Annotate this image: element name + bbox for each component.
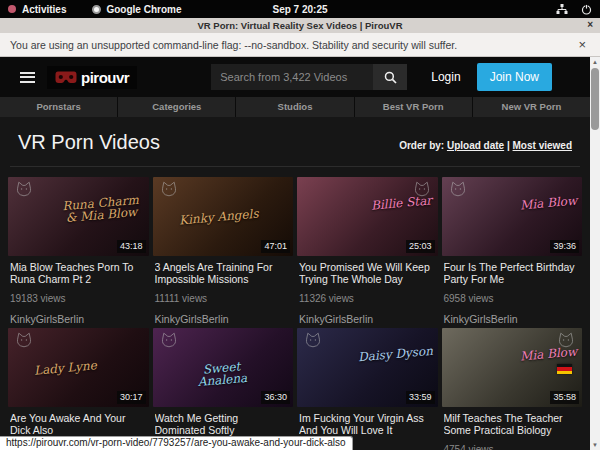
- page-content: pirouvr Login Join Now Pornstars Cate: [0, 57, 590, 450]
- order-most-viewed-link[interactable]: Most viewed: [513, 140, 572, 151]
- video-views: 11326 views: [299, 293, 436, 304]
- app-name-label: Google Chrome: [106, 4, 181, 15]
- video-card[interactable]: Lady Lyne 30:17 Are You Awake And Your D…: [8, 328, 149, 450]
- video-studio-link[interactable]: KinkyGirlsBerlin: [10, 313, 147, 325]
- video-title[interactable]: Watch Me Getting Dominated Softly: [155, 412, 292, 436]
- video-title[interactable]: Mia Blow Teaches Porn To Runa Charm Pt 2: [10, 261, 147, 285]
- video-thumbnail[interactable]: Mia Blow 39:36: [442, 177, 583, 256]
- search-button[interactable]: [373, 64, 407, 90]
- focused-app-menu[interactable]: Google Chrome: [92, 4, 181, 15]
- thumb-overlay-name: Daisy Dyson: [357, 345, 433, 363]
- video-duration-badge: 35:58: [550, 391, 579, 404]
- window-title-bar: VR Porn: Virtual Reality Sex Videos | Pi…: [0, 18, 600, 33]
- login-link[interactable]: Login: [431, 70, 460, 84]
- system-tray[interactable]: [556, 4, 592, 15]
- vertical-scrollbar[interactable]: ▲ ▼: [590, 57, 600, 450]
- video-duration-badge: 25:03: [406, 240, 435, 253]
- video-title[interactable]: Milf Teaches The Teacher Some Practical …: [444, 412, 581, 436]
- video-card[interactable]: Runa Charm & Mia Blow 43:18 Mia Blow Tea…: [8, 177, 149, 325]
- video-card[interactable]: Billie Star 25:03 You Promised We Will K…: [297, 177, 438, 325]
- video-thumbnail[interactable]: Billie Star 25:03: [297, 177, 438, 256]
- status-bar-url: https://pirouvr.com/vr-porn-video/779325…: [0, 436, 353, 450]
- order-by-controls: Order by: Upload date | Most viewed: [399, 140, 572, 151]
- search-input[interactable]: [211, 64, 373, 90]
- video-studio-link[interactable]: KinkyGirlsBerlin: [444, 313, 581, 325]
- video-views: 19183 views: [10, 293, 147, 304]
- video-card[interactable]: Daisy Dyson 33:59 Im Fucking Your Virgin…: [297, 328, 438, 450]
- order-by-label: Order by:: [399, 140, 444, 151]
- nav-item-pornstars[interactable]: Pornstars: [0, 97, 117, 117]
- vr-goggles-icon: [55, 71, 77, 84]
- thumb-overlay-name: Runa Charm & Mia Blow: [57, 193, 145, 224]
- site-header: pirouvr Login Join Now: [0, 57, 590, 97]
- thumb-overlay-name: Lady Lyne: [34, 359, 98, 376]
- video-duration-badge: 39:36: [550, 240, 579, 253]
- site-logo[interactable]: pirouvr: [47, 66, 137, 89]
- thumb-overlay-name: Kinky Angels: [178, 208, 258, 227]
- video-card[interactable]: Kinky Angels 47:01 3 Angels Are Training…: [153, 177, 294, 325]
- video-duration-badge: 30:17: [117, 391, 146, 404]
- hamburger-menu-icon[interactable]: [20, 69, 35, 85]
- video-title[interactable]: Are You Awake And Your Dick Also: [10, 412, 147, 436]
- studio-watermark-cat-icon: [14, 181, 34, 197]
- infobar-message: You are using an unsupported command-lin…: [10, 39, 457, 51]
- system-top-bar: Activities Google Chrome Sep 7 20:25: [0, 0, 600, 18]
- thumb-overlay-name: Mia Blow: [519, 346, 577, 363]
- video-thumbnail[interactable]: Mia Blow 35:58: [442, 328, 583, 407]
- network-icon: [556, 4, 568, 15]
- video-thumbnail[interactable]: Runa Charm & Mia Blow 43:18: [8, 177, 149, 256]
- studio-watermark-cat-icon: [303, 332, 323, 348]
- page-title: VR Porn Videos: [18, 131, 160, 154]
- infobar-close-icon[interactable]: ×: [578, 37, 586, 52]
- activities-label: Activities: [22, 4, 66, 15]
- page-heading-row: VR Porn Videos Order by: Upload date | M…: [0, 117, 590, 158]
- chrome-infobar: You are using an unsupported command-lin…: [0, 33, 600, 57]
- nav-item-studios[interactable]: Studios: [236, 97, 353, 117]
- video-card[interactable]: Sweet Analena 36:30 Watch Me Getting Dom…: [153, 328, 294, 450]
- studio-watermark-cat-icon: [14, 332, 34, 348]
- nav-item-categories[interactable]: Categories: [118, 97, 235, 117]
- video-duration-badge: 43:18: [117, 240, 146, 253]
- video-card[interactable]: Mia Blow 39:36 Four Is The Perfect Birth…: [442, 177, 583, 325]
- clock[interactable]: Sep 7 20:25: [0, 4, 600, 15]
- order-separator: |: [507, 140, 510, 151]
- video-title[interactable]: 3 Angels Are Training For Impossible Mis…: [155, 261, 292, 285]
- thumb-overlay-name: Sweet Analena: [178, 358, 266, 389]
- video-grid: Runa Charm & Mia Blow 43:18 Mia Blow Tea…: [8, 177, 582, 450]
- video-studio-link[interactable]: KinkyGirlsBerlin: [155, 313, 292, 325]
- video-thumbnail[interactable]: Daisy Dyson 33:59: [297, 328, 438, 407]
- scrollbar-down-arrow-icon[interactable]: ▼: [590, 440, 600, 450]
- search-bar: [211, 64, 407, 90]
- video-title[interactable]: You Promised We Will Keep Trying The Who…: [299, 261, 436, 285]
- nav-item-new-vr-porn[interactable]: New VR Porn: [473, 97, 590, 117]
- window-close-button[interactable]: ×: [587, 19, 593, 30]
- studio-watermark-cat-icon: [448, 181, 468, 197]
- nav-item-best-vr-porn[interactable]: Best VR Porn: [355, 97, 472, 117]
- video-card[interactable]: Mia Blow 35:58 Milf Teaches The Teacher …: [442, 328, 583, 450]
- join-now-button[interactable]: Join Now: [477, 63, 552, 91]
- studio-watermark-cat-icon: [159, 181, 179, 197]
- video-thumbnail[interactable]: Sweet Analena 36:30: [153, 328, 294, 407]
- search-icon: [384, 71, 397, 84]
- video-thumbnail[interactable]: Lady Lyne 30:17: [8, 328, 149, 407]
- video-title[interactable]: Im Fucking Your Virgin Ass And You Will …: [299, 412, 436, 436]
- studio-watermark-cat-icon: [159, 332, 179, 348]
- site-logo-text: pirouvr: [81, 69, 129, 86]
- thumb-overlay-name: Billie Star: [371, 194, 433, 211]
- video-thumbnail[interactable]: Kinky Angels 47:01: [153, 177, 294, 256]
- order-upload-date-link[interactable]: Upload date: [447, 140, 504, 151]
- video-views: 4754 views: [444, 444, 581, 450]
- activities-icon: [8, 5, 16, 13]
- video-views: 6958 views: [444, 293, 581, 304]
- activities-button[interactable]: Activities: [8, 4, 66, 15]
- scrollbar-up-arrow-icon[interactable]: ▲: [590, 57, 600, 67]
- chrome-icon: [92, 5, 101, 14]
- video-duration-badge: 33:59: [406, 391, 435, 404]
- scrollbar-thumb[interactable]: [591, 68, 599, 130]
- video-studio-link[interactable]: KinkyGirlsBerlin: [299, 313, 436, 325]
- video-views: 11111 views: [155, 293, 292, 304]
- video-title[interactable]: Four Is The Perfect Birthday Party For M…: [444, 261, 581, 285]
- thumb-overlay-name: Mia Blow: [519, 195, 577, 212]
- window-title: VR Porn: Virtual Reality Sex Videos | Pi…: [197, 20, 402, 31]
- browser-viewport: pirouvr Login Join Now Pornstars Cate: [0, 57, 600, 450]
